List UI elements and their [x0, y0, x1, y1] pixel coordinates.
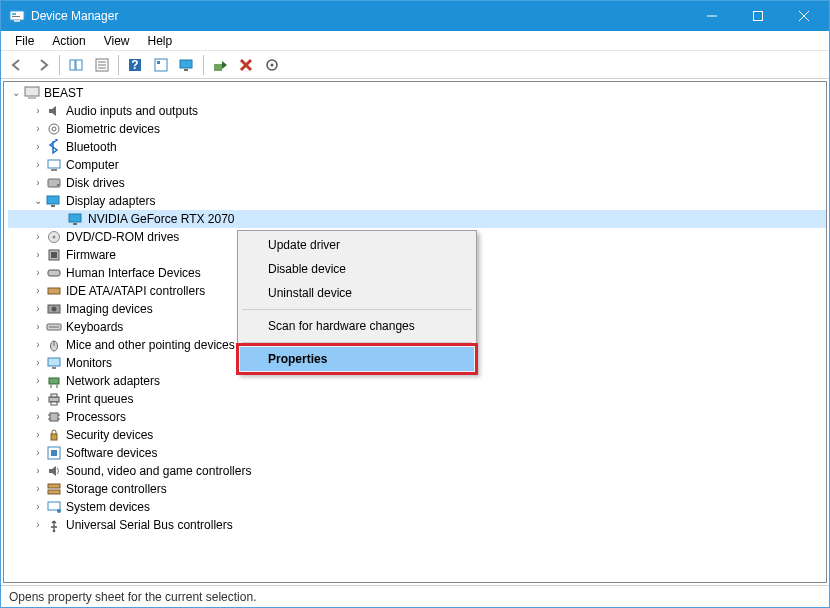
expander-icon[interactable]: ›	[32, 321, 44, 333]
svg-rect-2	[12, 16, 20, 17]
svg-rect-5	[754, 12, 763, 21]
svg-point-30	[57, 184, 59, 186]
expander-icon[interactable]: ›	[32, 483, 44, 495]
expander-icon[interactable]: ›	[32, 447, 44, 459]
tree-category-label: Universal Serial Bus controllers	[66, 516, 233, 534]
tree-category[interactable]: ›Audio inputs and outputs	[8, 102, 826, 120]
tree-category[interactable]: ›Print queues	[8, 390, 826, 408]
expander-icon[interactable]: ›	[32, 267, 44, 279]
svg-rect-18	[180, 60, 192, 68]
expander-icon[interactable]: ›	[32, 231, 44, 243]
expander-icon[interactable]: ⌄	[32, 195, 44, 207]
tree-category[interactable]: ›Disk drives	[8, 174, 826, 192]
tree-root-label: BEAST	[44, 84, 83, 102]
expander-icon[interactable]: ›	[32, 303, 44, 315]
ctx-scan-hardware[interactable]: Scan for hardware changes	[240, 314, 474, 338]
tree-category[interactable]: ›Network adapters	[8, 372, 826, 390]
svg-rect-31	[47, 196, 59, 204]
expander-icon[interactable]: ⌄	[10, 87, 22, 99]
bluetooth-icon	[46, 139, 62, 155]
ctx-separator	[242, 309, 472, 310]
system-icon	[46, 499, 62, 515]
tree-category[interactable]: ›Sound, video and game controllers	[8, 462, 826, 480]
ctx-disable-device[interactable]: Disable device	[240, 257, 474, 281]
biometric-icon	[46, 121, 62, 137]
ctx-uninstall-device[interactable]: Uninstall device	[240, 281, 474, 305]
expander-icon[interactable]: ›	[32, 159, 44, 171]
svg-point-22	[271, 63, 274, 66]
expander-icon[interactable]: ›	[32, 105, 44, 117]
svg-rect-48	[52, 367, 56, 369]
storage-icon	[46, 481, 62, 497]
toolbar-scan-monitor-button[interactable]	[175, 53, 199, 77]
maximize-button[interactable]	[735, 1, 781, 31]
tree-root[interactable]: ⌄ BEAST	[8, 84, 826, 102]
expander-icon[interactable]: ›	[32, 465, 44, 477]
ctx-properties[interactable]: Properties	[240, 347, 474, 371]
sound-icon	[46, 463, 62, 479]
toolbar-details-button[interactable]	[149, 53, 173, 77]
tree-category-label: Security devices	[66, 426, 153, 444]
expander-icon[interactable]: ›	[32, 393, 44, 405]
expander-icon[interactable]: ›	[32, 123, 44, 135]
computer-icon	[46, 157, 62, 173]
security-icon	[46, 427, 62, 443]
menu-action[interactable]: Action	[44, 32, 93, 50]
tree-category[interactable]: ›Software devices	[8, 444, 826, 462]
tree-category[interactable]: ›Processors	[8, 408, 826, 426]
menu-help[interactable]: Help	[140, 32, 181, 50]
svg-rect-17	[157, 61, 160, 64]
svg-rect-34	[73, 223, 77, 225]
tree-category-label: Computer	[66, 156, 119, 174]
expander-icon[interactable]: ›	[32, 249, 44, 261]
tree-category[interactable]: ›Biometric devices	[8, 120, 826, 138]
expander-icon[interactable]: ›	[32, 357, 44, 369]
toolbar-update-driver-button[interactable]	[208, 53, 232, 77]
toolbar-help-button[interactable]: ?	[123, 53, 147, 77]
toolbar-back-button[interactable]	[5, 53, 29, 77]
expander-icon[interactable]: ›	[32, 339, 44, 351]
expander-icon[interactable]: ›	[32, 519, 44, 531]
svg-rect-1	[12, 13, 16, 15]
tree-category[interactable]: ›Bluetooth	[8, 138, 826, 156]
close-button[interactable]	[781, 1, 827, 31]
tree-category-label: Disk drives	[66, 174, 125, 192]
expander-icon[interactable]: ›	[32, 141, 44, 153]
tree-category[interactable]: ›Universal Serial Bus controllers	[8, 516, 826, 534]
expander-icon[interactable]: ›	[32, 429, 44, 441]
tree-category[interactable]: ›Computer	[8, 156, 826, 174]
expander-icon[interactable]: ›	[32, 501, 44, 513]
svg-rect-20	[214, 64, 222, 71]
minimize-button[interactable]	[689, 1, 735, 31]
toolbar-properties-button[interactable]	[90, 53, 114, 77]
tree-category[interactable]: ›Storage controllers	[8, 480, 826, 498]
svg-rect-38	[51, 252, 57, 258]
toolbar-scan-hardware-button[interactable]	[260, 53, 284, 77]
tree-category-label: Human Interface Devices	[66, 264, 201, 282]
tree-device[interactable]: NVIDIA GeForce RTX 2070	[8, 210, 826, 228]
tree-category-label: DVD/CD-ROM drives	[66, 228, 179, 246]
expander-icon[interactable]: ›	[32, 411, 44, 423]
menu-file[interactable]: File	[7, 32, 42, 50]
toolbar-showhide-button[interactable]	[64, 53, 88, 77]
status-text: Opens property sheet for the current sel…	[9, 590, 256, 604]
tree-category[interactable]: ›Security devices	[8, 426, 826, 444]
tree-category-label: Audio inputs and outputs	[66, 102, 198, 120]
tree-category[interactable]: ›System devices	[8, 498, 826, 516]
svg-rect-54	[51, 402, 57, 405]
menu-view[interactable]: View	[96, 32, 138, 50]
svg-rect-63	[48, 484, 60, 488]
titlebar: Device Manager	[1, 1, 829, 31]
svg-rect-8	[70, 60, 75, 70]
expander-icon[interactable]: ›	[32, 177, 44, 189]
expander-icon[interactable]: ›	[32, 285, 44, 297]
toolbar-forward-button[interactable]	[31, 53, 55, 77]
toolbar-uninstall-button[interactable]	[234, 53, 258, 77]
ctx-update-driver[interactable]: Update driver	[240, 233, 474, 257]
expander-icon[interactable]: ›	[32, 375, 44, 387]
svg-rect-27	[48, 160, 60, 168]
tree-category[interactable]: ⌄Display adapters	[8, 192, 826, 210]
svg-rect-64	[48, 490, 60, 494]
svg-rect-32	[51, 205, 55, 207]
computer-root-icon	[24, 85, 40, 101]
